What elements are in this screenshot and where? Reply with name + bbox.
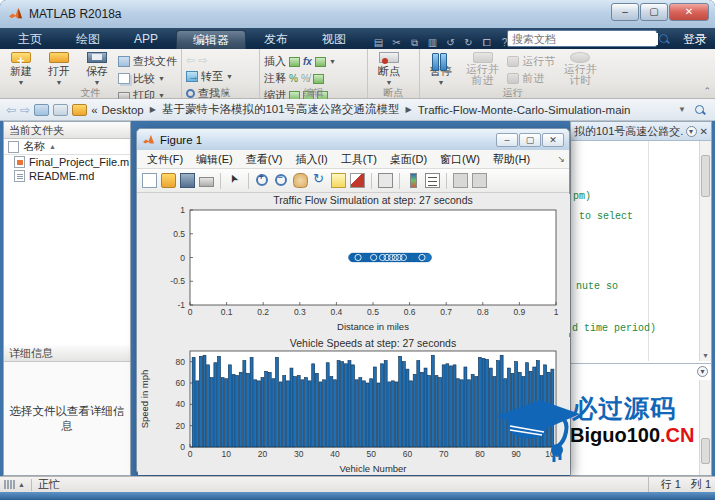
run-advance-button[interactable]: 运行并前进 bbox=[462, 51, 504, 86]
breadcrumb-segment[interactable]: Desktop bbox=[102, 104, 144, 116]
pause-button[interactable]: 暂停 ▼ bbox=[424, 51, 458, 86]
main-titlebar[interactable]: MATLAB R2018a – ▢ ✕ bbox=[0, 0, 715, 28]
advance-button[interactable]: 前进 bbox=[507, 71, 555, 86]
zin-tool-icon[interactable] bbox=[255, 173, 270, 188]
editor-tab-close-icon[interactable]: ✕ bbox=[700, 126, 708, 137]
nav-back-icon[interactable]: ⇦ bbox=[6, 103, 16, 117]
legend-tool-icon[interactable] bbox=[425, 173, 440, 188]
command-scrollbar[interactable] bbox=[699, 380, 711, 475]
addr-dropdown-icon[interactable]: ▼ bbox=[678, 105, 686, 114]
save-icon[interactable]: ▤ bbox=[372, 36, 385, 49]
nav-back-forward[interactable]: ⇦ ⇨ bbox=[186, 54, 233, 67]
editor-scrollbar-thumb[interactable] bbox=[701, 155, 710, 197]
figure-menu-帮助[interactable]: 帮助(H) bbox=[487, 151, 536, 168]
editor-code-area[interactable]: pm) to select nute so d time period) bbox=[571, 141, 699, 361]
browse-folder-icon[interactable] bbox=[53, 104, 68, 116]
editor-panel: 拟的101号高速公路交... ▾ ✕ pm) to select nute so… bbox=[570, 121, 712, 476]
ribbon-tab-主页[interactable]: 主页 bbox=[2, 30, 58, 49]
vehicle-speeds-plot[interactable]: 0102030405060708090100020406080Vehicle S… bbox=[138, 337, 570, 475]
undo-icon[interactable]: ↺ bbox=[444, 36, 457, 49]
figure-window[interactable]: Figure 1 – ▢ ✕ 文件(F)编辑(E)查看(V)插入(I)工具(T)… bbox=[136, 128, 570, 473]
figure-close-button[interactable]: ✕ bbox=[542, 133, 564, 147]
doc-search-box[interactable] bbox=[507, 30, 657, 47]
svg-text:40: 40 bbox=[176, 399, 186, 409]
svg-text:Distance in miles: Distance in miles bbox=[337, 321, 409, 332]
redo-icon[interactable]: ↻ bbox=[462, 36, 475, 49]
copy-icon[interactable]: ⧉ bbox=[408, 36, 421, 49]
traffic-flow-plot[interactable]: 00.10.20.30.40.50.60.70.80.91-1-0.500.51… bbox=[138, 194, 570, 333]
find-files-button[interactable]: 查找文件 bbox=[118, 54, 177, 69]
figure-minimize-button[interactable]: – bbox=[496, 133, 518, 147]
command-scrollbar-thumb[interactable] bbox=[701, 438, 710, 464]
new-tool-icon[interactable] bbox=[142, 173, 157, 188]
ribbon-tab-编辑器[interactable]: 编辑器 bbox=[176, 30, 246, 49]
run-section-button[interactable]: 运行节 bbox=[507, 54, 555, 69]
switch-window-icon[interactable]: ⧠ bbox=[480, 36, 493, 49]
figure-menu-工具[interactable]: 工具(T) bbox=[335, 151, 383, 168]
ribbon-tab-绘图[interactable]: 绘图 bbox=[60, 30, 116, 49]
new-button[interactable]: 新建 ▼ bbox=[4, 51, 38, 86]
close-button[interactable]: ✕ bbox=[669, 3, 709, 21]
compare-button[interactable]: 比较 ▼ bbox=[118, 71, 177, 86]
addr-search-icon[interactable] bbox=[694, 104, 706, 116]
ribbon-tab-APP[interactable]: APP bbox=[118, 30, 174, 49]
run-time-button[interactable]: 运行并计时 bbox=[559, 51, 601, 86]
ribbon-collapse-icon[interactable]: ⌃ bbox=[703, 86, 711, 96]
maximize-button[interactable]: ▢ bbox=[640, 3, 668, 21]
breakpoints-button[interactable]: 断点 ▼ bbox=[372, 51, 406, 86]
insert-button[interactable]: 插入 fx ▼ bbox=[264, 54, 336, 69]
scroll-down-icon[interactable]: ▼ bbox=[701, 352, 710, 360]
editor-tab-title[interactable]: 拟的101号高速公路交... bbox=[574, 124, 683, 139]
file-row[interactable]: README.md bbox=[4, 169, 130, 183]
print-tool-icon[interactable] bbox=[199, 177, 214, 187]
figure-menu-插入[interactable]: 插入(I) bbox=[289, 151, 333, 168]
cbar-tool-icon[interactable] bbox=[410, 173, 417, 188]
figure-dock-icon[interactable]: ↘ bbox=[557, 154, 565, 164]
current-folder-header[interactable]: 当前文件夹 bbox=[4, 122, 130, 139]
search-input[interactable] bbox=[508, 33, 658, 45]
details-header[interactable]: 详细信息 bbox=[4, 345, 130, 362]
open-button[interactable]: 打开 ▼ bbox=[42, 51, 76, 86]
figure-menu-查看[interactable]: 查看(V) bbox=[240, 151, 289, 168]
figure-menu-窗口[interactable]: 窗口(W) bbox=[434, 151, 486, 168]
dock-tool-icon[interactable] bbox=[453, 173, 468, 188]
tip-tool-icon[interactable] bbox=[331, 173, 346, 188]
rot-tool-icon[interactable] bbox=[312, 173, 327, 188]
nav-forward-icon[interactable]: ⇨ bbox=[20, 103, 30, 117]
cursor-tool-icon[interactable] bbox=[227, 173, 242, 188]
open-tool-icon[interactable] bbox=[161, 173, 176, 188]
command-panel-menu-icon[interactable]: ▾ bbox=[697, 366, 708, 377]
ribbon-tab-视图[interactable]: 视图 bbox=[306, 30, 362, 49]
file-row[interactable]: Final_Project_File.m bbox=[4, 155, 130, 169]
minimize-button[interactable]: – bbox=[611, 3, 639, 21]
paste-icon[interactable]: ▥ bbox=[426, 36, 439, 49]
comment-button[interactable]: 注释 % %̸ bbox=[264, 71, 336, 86]
figure-menu-桌面[interactable]: 桌面(D) bbox=[384, 151, 433, 168]
cut-icon[interactable]: ✂ bbox=[390, 36, 403, 49]
figure-menu-文件[interactable]: 文件(F) bbox=[141, 151, 189, 168]
brush-tool-icon[interactable] bbox=[350, 173, 365, 188]
command-panel[interactable]: ▾ bbox=[571, 363, 711, 475]
editor-scrollbar[interactable]: ▼ bbox=[699, 141, 711, 361]
figure-menu-编辑[interactable]: 编辑(E) bbox=[190, 151, 239, 168]
breadcrumb-segment[interactable]: 基于蒙特卡洛模拟的101号高速公路交通流模型 bbox=[162, 102, 400, 117]
login-button[interactable]: 登录 bbox=[683, 31, 707, 48]
editor-tab-menu-icon[interactable]: ▾ bbox=[686, 126, 697, 137]
link-tool-icon[interactable] bbox=[378, 173, 393, 188]
dock-tool-icon[interactable] bbox=[472, 173, 487, 188]
save-tool-icon[interactable] bbox=[180, 173, 195, 188]
ribbon-tab-发布[interactable]: 发布 bbox=[248, 30, 304, 49]
figure-maximize-button[interactable]: ▢ bbox=[519, 133, 541, 147]
name-column-header[interactable]: 名称 ▲ bbox=[4, 139, 130, 155]
breadcrumb-segment[interactable]: Traffic-Flow-Monte-Carlo-Simulation-main bbox=[418, 104, 631, 116]
pan-tool-icon[interactable] bbox=[293, 173, 308, 188]
goto-button[interactable]: 转至 ▼ bbox=[186, 69, 233, 84]
md-file-icon bbox=[14, 170, 25, 182]
svg-text:0.6: 0.6 bbox=[404, 307, 416, 317]
breadcrumb[interactable]: Desktop▶基于蒙特卡洛模拟的101号高速公路交通流模型▶Traffic-F… bbox=[102, 102, 631, 117]
figure-titlebar[interactable]: Figure 1 – ▢ ✕ bbox=[137, 129, 569, 150]
zout-tool-icon[interactable] bbox=[274, 173, 289, 188]
save-button[interactable]: 保存 ▼ bbox=[80, 51, 114, 86]
folder-up-icon[interactable] bbox=[34, 104, 49, 116]
status-grip-icon[interactable]: ▲ bbox=[4, 480, 25, 489]
